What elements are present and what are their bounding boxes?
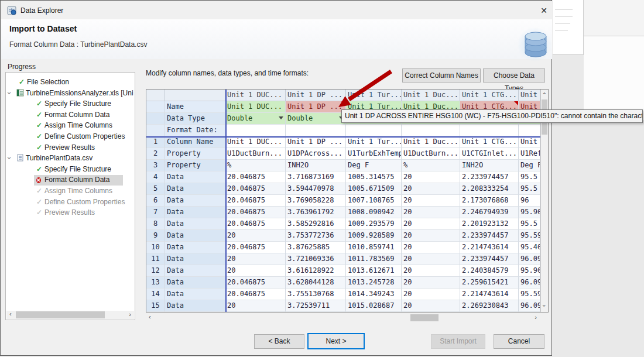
scroll-left-icon[interactable]: › xyxy=(146,314,154,322)
format-date-cell[interactable] xyxy=(460,125,519,136)
grid-data-row: 13Data20.0468753.6280441281013.245728202… xyxy=(146,277,540,289)
corner-cell xyxy=(165,90,225,101)
column-header-cell[interactable]: Unit 1 xyxy=(519,90,540,101)
tree-item-define-custom-properties[interactable]: ✓Define Custom Properties xyxy=(6,132,135,142)
tree-item-assign-time-columns[interactable]: ✓Assign Time Columns xyxy=(6,186,135,197)
grid-value-cell: 2.259615421 xyxy=(460,277,519,289)
grid-rows: Unit 1 DUC...Unit 1 DP ...Unit 1 Tur...U… xyxy=(146,90,540,312)
grid-vertical-scrollbar[interactable]: › › xyxy=(540,90,548,312)
scroll-left-icon[interactable]: › xyxy=(6,311,15,319)
row-kind-cell: Column Name xyxy=(165,136,225,148)
tree-item-format-column-data[interactable]: ✓Format Column Data xyxy=(6,110,135,121)
grid-value-cell: 20 xyxy=(402,289,460,300)
grid-data-row: 5Data20.0468753.5944709781005.671509202.… xyxy=(146,183,540,195)
row-label-cell: Format Date: xyxy=(165,125,225,136)
check-done-icon: ✓ xyxy=(36,143,44,152)
row-number-cell: 8 xyxy=(146,218,165,230)
wizard-header: Import to Dataset Format Column Data : T… xyxy=(1,19,552,59)
tree-item-assign-time-columns[interactable]: ✓Assign Time Columns xyxy=(6,121,135,131)
scrollbar-thumb[interactable] xyxy=(16,311,105,318)
choose-data-types-button[interactable]: Choose Data Types xyxy=(483,68,545,83)
grid-value-cell: 20 xyxy=(402,183,460,195)
grid-value-cell: INH2O xyxy=(460,160,519,171)
tree-item-define-custom-properties[interactable]: ✓Define Custom Properties xyxy=(6,197,135,208)
grid-value-cell: 2.214743614 xyxy=(460,242,519,253)
grid-value-cell: 20 xyxy=(402,277,460,289)
tree-item-file-selection[interactable]: ✓File Selection xyxy=(6,77,135,88)
tree-item-preview-results[interactable]: ✓Preview Results xyxy=(6,208,135,218)
grid-value-cell: U1CTGInlet... xyxy=(460,148,519,160)
row-kind-cell: Data xyxy=(165,183,225,195)
scrollbar-thumb[interactable] xyxy=(410,314,439,321)
page-title: Import to Dataset xyxy=(9,24,77,33)
grid-data-row: 3Property%INH2ODeg F%INH2ODeg F xyxy=(146,160,540,171)
back-button[interactable]: < Back xyxy=(254,334,304,349)
title-bar: Data Explorer ✕ xyxy=(1,1,552,19)
column-name-cell-error[interactable]: Unit 1 DP ... xyxy=(286,101,346,113)
column-header-cell[interactable]: Unit 1 DUC... xyxy=(225,90,286,101)
grid-data-row: 14Data20.0468753.7551307681014.349243202… xyxy=(146,289,540,300)
scroll-right-icon[interactable]: › xyxy=(532,314,540,322)
tree-item-label: Define Custom Properties xyxy=(44,132,125,140)
format-date-cell[interactable] xyxy=(225,125,286,136)
grid-value-cell: Unit 1 DP ... xyxy=(286,136,346,148)
format-date-cell[interactable] xyxy=(519,125,540,136)
scroll-down-icon[interactable]: › xyxy=(541,303,548,311)
background-text-line xyxy=(555,9,573,10)
correct-column-names-button[interactable]: Correct Column Names xyxy=(402,68,481,83)
column-name-cell-valid[interactable]: Unit 1 DUC... xyxy=(225,101,286,113)
column-header-cell[interactable]: Unit 1 Duc... xyxy=(402,90,460,101)
grid-value-cell: 20 xyxy=(402,195,460,207)
data-type-dropdown[interactable]: Double xyxy=(286,113,346,125)
grid-data-row: 4Data20.0468753.7168731691005.314575202.… xyxy=(146,171,540,183)
error-status-icon: ✕ xyxy=(36,176,44,184)
grid-value-cell: 2.173076868 xyxy=(460,195,519,207)
grid-value-cell: 95.599 xyxy=(519,230,540,242)
data-explorer-dialog: Data Explorer ✕ Import to Dataset Format… xyxy=(0,0,552,356)
next-button[interactable]: Next > xyxy=(307,333,365,349)
grid-value-cell: 20 xyxy=(402,300,460,312)
row-kind-cell: Property xyxy=(165,160,225,171)
scroll-up-icon[interactable]: › xyxy=(541,90,548,99)
grid-data-row: 8Data20.0468753.5852928161009.293579202.… xyxy=(146,218,540,230)
tree-item-turbineemissionsanalyzer-xls-uni[interactable]: ›TurbineEmissionsAnalyzer.xls [Uni xyxy=(6,88,135,99)
grid-value-cell: 96 xyxy=(519,195,540,207)
grid-value-cell: 96.099 xyxy=(519,277,540,289)
expander-chevron-icon[interactable]: › xyxy=(8,154,16,162)
column-header-cell[interactable]: Unit 1 DP ... xyxy=(286,90,346,101)
tree-item-turbineplantdata-csv[interactable]: ›TurbinePlantData.csv xyxy=(6,153,135,164)
progress-horizontal-scrollbar[interactable]: › › xyxy=(6,311,134,319)
row-number-cell: 14 xyxy=(146,289,165,300)
window-title: Data Explorer xyxy=(20,6,63,15)
start-import-button[interactable]: Start Import xyxy=(431,334,485,349)
row-kind-cell: Data xyxy=(165,300,225,312)
grid-value-cell: 95.400 xyxy=(519,242,540,253)
expander-chevron-icon[interactable]: › xyxy=(8,89,16,97)
background-window-strip xyxy=(553,0,584,55)
page-subtitle: Format Column Data : TurbinePlantData.cs… xyxy=(9,40,147,49)
dropdown-arrow-icon[interactable] xyxy=(279,116,283,119)
row-number-cell: 11 xyxy=(146,253,165,265)
grid-value-cell: 1007.108765 xyxy=(346,195,402,207)
column-header-cell[interactable]: Unit 1 CTG... xyxy=(460,90,519,101)
grid-value-cell: 1005.314575 xyxy=(346,171,402,183)
data-type-dropdown[interactable]: Double xyxy=(225,113,286,125)
tree-item-format-column-data[interactable]: ✕Format Column Data xyxy=(6,175,135,186)
row-number-cell: 6 xyxy=(146,195,165,207)
grid-value-cell: 2.233974457 xyxy=(460,230,519,242)
row-kind-cell: Data xyxy=(165,265,225,277)
tree-item-specify-file-structure[interactable]: ✓Specify File Structure xyxy=(6,164,135,175)
format-date-cell[interactable] xyxy=(286,125,346,136)
scroll-right-icon[interactable]: › xyxy=(126,311,134,319)
check-done-icon: ✓ xyxy=(19,78,27,86)
grid-value-cell: 1011.783569 xyxy=(346,253,402,265)
grid-value-cell: 95.900 xyxy=(519,207,540,218)
tree-item-specify-file-structure[interactable]: ✓Specify File Structure xyxy=(6,99,135,109)
tree-item-preview-results[interactable]: ✓Preview Results xyxy=(6,143,135,153)
cancel-button[interactable]: Cancel xyxy=(494,334,544,349)
format-date-cell[interactable] xyxy=(346,125,402,136)
format-date-cell[interactable] xyxy=(402,125,460,136)
close-button[interactable]: ✕ xyxy=(537,5,550,16)
grid-horizontal-scrollbar[interactable]: › › xyxy=(146,314,540,322)
column-header-cell[interactable]: Unit 1 Tur... xyxy=(346,90,402,101)
